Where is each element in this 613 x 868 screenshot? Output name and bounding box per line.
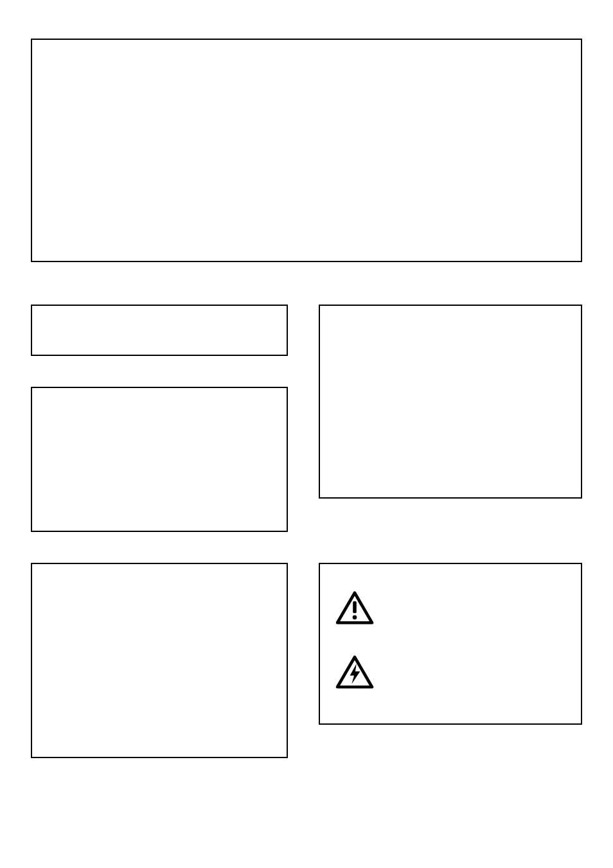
caution-row — [335, 576, 565, 640]
right-column — [319, 305, 582, 499]
section-d-box — [31, 563, 288, 758]
warning-caution-icon — [335, 591, 374, 624]
two-column-row-2 — [31, 563, 582, 758]
section-b-box — [31, 387, 288, 532]
left-column — [31, 305, 288, 532]
document-page — [31, 39, 582, 789]
section-c-box — [319, 305, 582, 499]
svg-point-2 — [353, 616, 357, 620]
section-a-box — [31, 305, 288, 356]
shock-row — [335, 640, 565, 704]
two-column-row-1 — [31, 305, 582, 532]
warning-electric-shock-icon — [335, 655, 374, 689]
title-heading-block — [31, 39, 582, 262]
svg-rect-1 — [353, 601, 357, 614]
safety-symbols-box — [319, 563, 582, 725]
